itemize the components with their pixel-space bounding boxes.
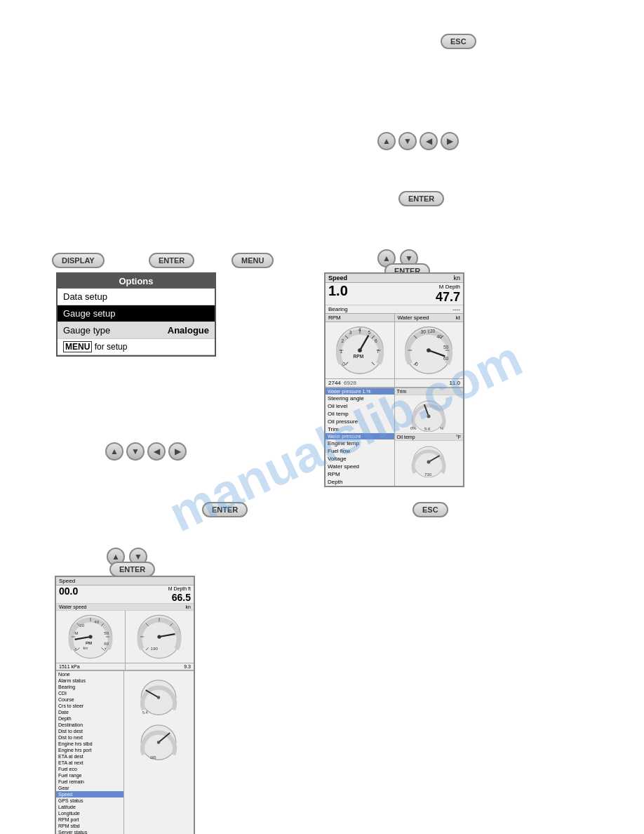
svg-text:20: 20 [79,623,84,628]
esc-button-top[interactable]: ESC [441,34,476,49]
display-button[interactable]: DISPLAY [52,253,105,268]
svg-point-78 [157,741,160,743]
menu-item-gauge-type[interactable]: Gauge type Analogue [58,322,215,339]
enter-button-4[interactable]: ENTER [202,502,248,517]
water-speed-value: 11.0 [449,380,460,386]
oil-temp-gauge-svg: 730 [406,442,451,477]
arrow-right-3[interactable]: ▶ [168,442,187,461]
svg-text:190: 190 [151,646,159,651]
bottom-right-gauge-svg: 190 [135,612,184,661]
list-gauge-bottom-svg: 195 [133,719,184,761]
enter-button-2[interactable]: ENTER [149,253,194,268]
svg-text:6: 6 [375,338,377,343]
svg-point-74 [157,696,160,699]
svg-text:%: % [440,426,444,430]
arrow-right-1[interactable]: ▶ [441,132,459,150]
svg-text:50: 50 [104,630,109,635]
svg-text:kn: kn [83,645,87,650]
speed-unit: kn [453,274,460,282]
arrow-up-1[interactable]: ▲ [377,132,396,150]
trim-gauge-svg: 0% % 5.6 [406,397,451,432]
svg-text:40: 40 [437,334,443,339]
svg-point-33 [427,348,431,352]
water-speed-label: Water speed [398,315,429,321]
depth-block: M Depth 47.7 [436,283,460,305]
enter-button-1[interactable]: ENTER [398,191,444,206]
speed-value: 1.0 [328,283,348,305]
svg-text:2: 2 [341,338,344,343]
svg-text:5: 5 [368,330,370,335]
svg-text:5.4: 5.4 [142,710,147,715]
arrow-left-3[interactable]: ◀ [147,442,166,461]
svg-point-42 [427,461,431,464]
svg-text:RPM: RPM [353,354,363,359]
svg-text:PM: PM [86,640,92,645]
gauge-panel-main: Speed kn 1.0 M Depth 47.7 Bearing ---- R… [324,272,464,487]
svg-text:6: 6 [74,647,77,651]
svg-text:730: 730 [424,472,432,477]
rpm-label: RPM [328,315,341,321]
svg-text:4: 4 [358,327,361,332]
gauge-panel-bottom: Speed 00.0 M Depth ft 66.5 Water speed k… [55,576,195,834]
speed-label: Speed [328,274,347,282]
bearing-value: ---- [452,306,460,312]
svg-text:0%: 0% [410,426,417,430]
arrow-up-3[interactable]: ▲ [105,442,123,461]
svg-text:7: 7 [104,647,107,651]
svg-point-70 [158,635,161,638]
menu-button-1[interactable]: MENU [232,253,274,268]
arrow-down-1[interactable]: ▼ [398,132,417,150]
rpm-value: 2744 [328,380,341,386]
svg-text:7: 7 [377,349,380,354]
esc-button-2[interactable]: ESC [412,502,448,517]
svg-text:3: 3 [349,330,352,335]
menu-item-menu-hint: MENU for setup [58,339,215,355]
svg-text:M: M [74,630,78,635]
svg-text:195: 195 [150,755,156,760]
arrow-down-3[interactable]: ▼ [126,442,145,461]
svg-text:0: 0 [342,362,345,366]
list-gauge-top-svg: 5.4 [133,674,184,716]
arrow-left-1[interactable]: ◀ [420,132,438,150]
bottom-speed-label: Speed [59,578,75,584]
arrow-group-3: ▲ ▼ ◀ ▶ [105,442,187,461]
svg-text:40: 40 [94,619,99,624]
options-menu: Options Data setup Gauge setup Gauge typ… [56,272,216,357]
enter-button-5[interactable]: ENTER [109,562,155,577]
svg-text:50: 50 [443,345,449,350]
svg-point-36 [427,415,431,418]
arrow-group-1: ▲ ▼ ◀ ▶ [377,132,459,150]
rpm-gauge-svg: 0 1 2 3 4 5 6 7 RPM [333,324,387,377]
menu-item-data-setup[interactable]: Data setup [58,289,215,305]
svg-text:20: 20 [430,329,436,333]
svg-text:60: 60 [104,641,109,646]
svg-point-60 [88,635,92,638]
svg-text:5.6: 5.6 [424,427,431,431]
menu-item-gauge-setup[interactable]: Gauge setup [58,305,215,322]
svg-text:1: 1 [340,349,342,354]
svg-point-17 [358,348,362,352]
water-speed-gauge-svg: 0 30 40 50 60 20 [402,324,455,377]
svg-text:60: 60 [443,356,449,361]
bearing-label: Bearing [328,306,348,312]
bottom-left-gauge-svg: 6 7 20 40 50 60 M PM kn [66,612,115,661]
options-title: Options [58,274,215,289]
svg-text:30: 30 [421,329,427,334]
svg-text:0: 0 [415,362,418,366]
